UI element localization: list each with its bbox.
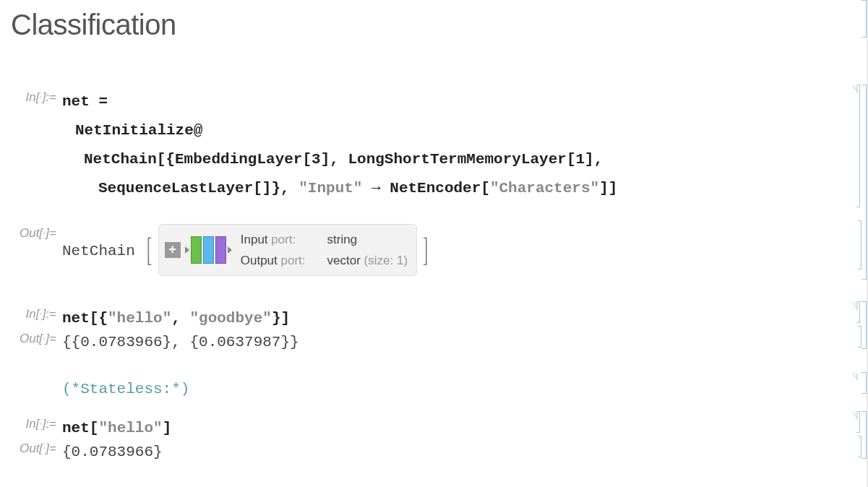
cell-bracket-tick: [852, 374, 858, 381]
input-label: In[◦]:=: [0, 414, 62, 431]
output-cell: Out[◦]= NetChain [ + Input port:: [0, 220, 846, 280]
cell-bracket[interactable]: [858, 436, 861, 457]
cell-bracket[interactable]: [856, 85, 860, 207]
input-port-label: Input port:: [241, 230, 306, 249]
comment-cell[interactable]: (*Stateless:*): [0, 372, 846, 407]
arrow-icon: [185, 246, 189, 254]
layer-block-green: [191, 236, 202, 264]
arrow-icon: [228, 246, 232, 254]
cell-bracket-tick: [852, 303, 858, 310]
output-label: Out[◦]=: [0, 439, 62, 456]
layer-block-purple: [215, 236, 226, 264]
output-cell: Out[◦]= {{0.0783966}, {0.0637987}}: [0, 326, 846, 358]
cell-bracket-tick: [852, 86, 858, 93]
output-cell: Out[◦]= {0.0783966}: [0, 436, 846, 467]
bracket-right: ]: [423, 237, 429, 264]
layer-block-blue: [203, 236, 214, 264]
netchain-summary-box[interactable]: [ + Input port: string Output port:: [144, 224, 431, 276]
cell-bracket[interactable]: [861, 372, 867, 394]
input-label: In[◦]:=: [0, 304, 62, 322]
cell-bracket[interactable]: [861, 0, 867, 38]
cell-bracket-tick: [852, 413, 858, 420]
input-cell[interactable]: In[◦]:= net = NetInitialize@ NetChain[{E…: [0, 85, 846, 206]
section-title: Classification: [0, 0, 846, 41]
bracket-left: [: [147, 237, 152, 264]
output-label: Out[◦]=: [0, 329, 62, 346]
layer-diagram: [185, 236, 232, 264]
output-port-value: vector (size: 1): [327, 251, 408, 270]
output-label: Out[◦]=: [0, 223, 62, 241]
cell-bracket[interactable]: [858, 220, 861, 270]
input-port-value: string: [327, 230, 408, 249]
output-port-label: Output port:: [241, 251, 306, 270]
input-label: In[◦]:=: [0, 87, 62, 105]
expand-button[interactable]: +: [165, 242, 181, 258]
cell-bracket[interactable]: [858, 326, 861, 348]
